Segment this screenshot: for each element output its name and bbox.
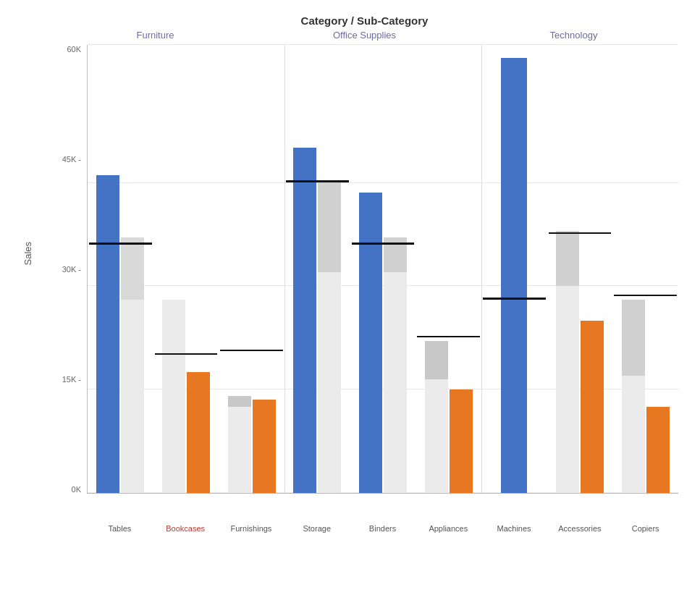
bar-machines xyxy=(501,58,527,493)
bar-group-copiers xyxy=(612,45,678,493)
bar-storage xyxy=(293,148,316,493)
ref-line-accessories xyxy=(549,232,612,235)
ref-line-storage xyxy=(286,180,349,182)
bar-furnishings xyxy=(253,400,276,493)
ref-line-tables xyxy=(89,243,152,245)
bar-bookcases xyxy=(162,300,185,493)
x-label-machines: Machines xyxy=(481,524,547,533)
bar-accessories xyxy=(556,231,579,493)
x-label-furnishings: Furnishings xyxy=(219,524,284,533)
bars-area xyxy=(87,45,678,494)
bar-group-tables xyxy=(88,45,153,493)
x-label-appliances: Appliances xyxy=(416,524,481,533)
bar-group-machines xyxy=(481,45,547,493)
x-label-bookcases: Bookcases xyxy=(153,524,219,533)
bar-storage xyxy=(318,182,341,493)
x-label-accessories: Accessories xyxy=(547,524,612,533)
chart-container: Category / Sub-Category Furniture Office… xyxy=(0,0,700,590)
ref-line-furnishings xyxy=(220,350,283,352)
y-label-45k: 45K - xyxy=(62,155,81,164)
chart-title: Category / Sub-Category xyxy=(51,14,678,27)
bar-group-storage xyxy=(284,45,350,493)
category-tech-label: Technology xyxy=(469,30,678,41)
y-axis: 60K 45K - 30K - 15K - 0K xyxy=(51,45,87,494)
bar-group-binders xyxy=(350,45,416,493)
ref-line-copiers xyxy=(614,295,677,297)
bar-appliances xyxy=(425,341,448,493)
bar-tables xyxy=(96,175,119,493)
category-office-label: Office Supplies xyxy=(260,30,469,41)
x-axis-labels: Tables Bookcases Furnishings Storage Bin… xyxy=(51,524,678,533)
category-furniture-label: Furniture xyxy=(51,30,260,41)
y-axis-title: Sales xyxy=(22,242,33,266)
y-label-0k: 0K xyxy=(72,485,81,494)
bar-group-furnishings xyxy=(219,45,284,493)
ref-line-appliances xyxy=(417,336,480,338)
bar-appliances xyxy=(450,389,473,493)
bar-accessories xyxy=(581,321,604,493)
bar-copiers xyxy=(622,300,645,493)
bar-group-appliances xyxy=(416,45,481,493)
ref-line-machines xyxy=(483,298,546,300)
bar-tables xyxy=(121,237,144,493)
x-label-copiers: Copiers xyxy=(612,524,678,533)
y-label-60k: 60K xyxy=(67,45,81,54)
x-label-storage: Storage xyxy=(284,524,350,533)
bar-copiers xyxy=(646,407,670,493)
ref-line-bookcases xyxy=(155,353,218,355)
bar-binders xyxy=(384,237,407,493)
bar-binders xyxy=(359,193,382,493)
ref-line-binders xyxy=(352,243,415,245)
y-label-30k: 30K - xyxy=(62,265,81,274)
bar-furnishings xyxy=(228,396,251,493)
x-label-binders: Binders xyxy=(350,524,416,533)
bar-bookcases xyxy=(187,372,210,493)
y-label-15k: 15K - xyxy=(62,375,81,384)
bar-group-accessories xyxy=(547,45,613,493)
x-label-tables: Tables xyxy=(87,524,153,533)
bar-group-bookcases xyxy=(153,45,219,493)
